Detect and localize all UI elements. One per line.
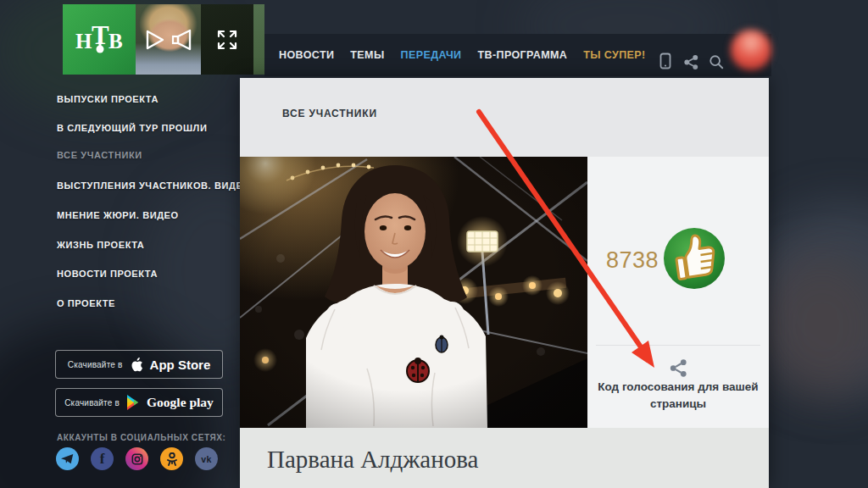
- sidebar-item-project-news[interactable]: НОВОСТИ ПРОЕКТА: [57, 269, 158, 279]
- instagram-icon[interactable]: [125, 447, 148, 470]
- sidebar-item-about[interactable]: О ПРОЕКТЕ: [57, 298, 115, 308]
- facebook-glyph: f: [100, 451, 105, 468]
- participant-photo: [240, 157, 587, 428]
- app-store-button[interactable]: Скачивайте в App Store: [55, 350, 223, 379]
- vote-share-icon[interactable]: [669, 358, 688, 381]
- facebook-icon[interactable]: f: [91, 447, 114, 470]
- sidebar-item-all-participants[interactable]: ВСЕ УЧАСТНИКИ: [57, 150, 142, 160]
- user-avatar[interactable]: [731, 30, 771, 70]
- vote-count: 8738: [599, 247, 659, 274]
- vk-glyph: vk: [201, 454, 211, 464]
- logo-letter: Н: [75, 30, 92, 53]
- nav-item-news[interactable]: НОВОСТИ: [279, 49, 334, 61]
- top-navbar: НОВОСТИ ТЕМЫ ПЕРЕДАЧИ ТВ-ПРОГРАММА ТЫ СУ…: [264, 34, 771, 76]
- live-video-thumbnail[interactable]: [136, 4, 201, 75]
- nav-item-ty-super[interactable]: ТЫ СУПЕР!: [583, 49, 645, 61]
- play-icon[interactable]: [144, 28, 166, 52]
- social-accounts-title: АККАУНТЫ В СОЦИАЛЬНЫХ СЕТЯХ:: [57, 433, 226, 442]
- sidebar-item-next-round[interactable]: В СЛЕДУЮЩИЙ ТУР ПРОШЛИ: [57, 123, 207, 133]
- sidebar-item-episodes[interactable]: ВЫПУСКИ ПРОЕКТА: [57, 94, 159, 104]
- sidebar-item-jury-opinion[interactable]: МНЕНИЕ ЖЮРИ. ВИДЕО: [57, 210, 179, 220]
- store-name: Google play: [147, 395, 214, 410]
- page: Н Т В: [0, 0, 868, 488]
- participant-name: Парвана Алджанова: [267, 446, 478, 474]
- ntv-logo[interactable]: Н Т В: [63, 4, 136, 75]
- section-title: ВСЕ УЧАСТНИКИ: [282, 108, 377, 119]
- vk-icon[interactable]: vk: [195, 447, 218, 470]
- search-icon[interactable]: [709, 54, 724, 69]
- content-header-band: ВСЕ УЧАСТНИКИ: [240, 78, 769, 157]
- nav-item-topics[interactable]: ТЕМЫ: [350, 49, 384, 61]
- google-play-icon: [126, 395, 140, 410]
- fullscreen-button[interactable]: [201, 4, 253, 75]
- expand-icon: [214, 27, 240, 53]
- telegram-icon[interactable]: [56, 447, 79, 470]
- nav-item-shows[interactable]: ПЕРЕДАЧИ: [401, 49, 462, 61]
- content-panel: ВСЕ УЧАСТНИКИ: [240, 78, 769, 488]
- content-footer-band: Парвана Алджанова: [240, 428, 769, 488]
- sidebar-item-project-life[interactable]: ЖИЗНЬ ПРОЕКТА: [57, 240, 144, 250]
- social-icons-row: f vk: [56, 447, 218, 470]
- phone-icon[interactable]: [659, 53, 671, 69]
- odnoklassniki-icon[interactable]: [160, 447, 183, 470]
- share-icon[interactable]: [683, 54, 699, 70]
- speaker-icon[interactable]: [170, 28, 193, 52]
- svg-text:В: В: [108, 30, 123, 53]
- thumbs-up-badge[interactable]: [662, 226, 726, 294]
- ntv-logo-icon: Н Т В: [63, 4, 136, 75]
- backdrop-green-strip: [253, 4, 264, 75]
- sidebar-item-performances[interactable]: ВЫСТУПЛЕНИЯ УЧАСТНИКОВ. ВИДЕО: [57, 180, 251, 191]
- divider: [596, 345, 760, 346]
- store-prefix: Скачивайте в: [68, 360, 123, 369]
- google-play-button[interactable]: Скачивайте в Google play: [55, 388, 223, 417]
- vote-code-caption[interactable]: Код голосования для вашей страницы: [598, 379, 759, 412]
- apple-icon: [130, 357, 143, 373]
- store-name: App Store: [150, 358, 211, 372]
- nav-item-tv-program[interactable]: ТВ-ПРОГРАММА: [478, 49, 568, 61]
- vote-panel: 8738: [587, 157, 769, 428]
- store-prefix: Скачивайте в: [64, 398, 120, 408]
